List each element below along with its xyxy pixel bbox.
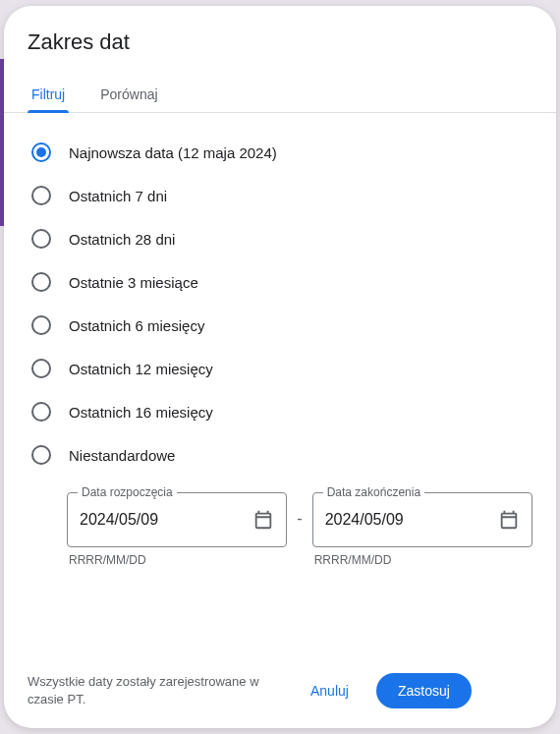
option-label: Niestandardowe	[69, 447, 175, 464]
option-last-28-days[interactable]: Ostatnich 28 dni	[28, 217, 532, 260]
option-latest-date[interactable]: Najnowsza data (12 maja 2024)	[28, 131, 532, 174]
radio-icon	[31, 445, 51, 465]
option-last-12-months[interactable]: Ostatnich 12 miesięcy	[28, 347, 532, 390]
radio-icon	[31, 142, 51, 162]
radio-icon	[31, 402, 51, 422]
date-end-wrap: Data zakończenia 2024/05/09 RRRR/MM/DD	[312, 492, 532, 567]
timezone-note: Wszystkie daty zostały zarejestrowane w …	[28, 673, 283, 708]
option-last-16-months[interactable]: Ostatnich 16 miesięcy	[28, 390, 532, 433]
radio-icon	[31, 359, 51, 378]
calendar-icon[interactable]	[498, 509, 520, 531]
date-start-input[interactable]: Data rozpoczęcia 2024/05/09	[67, 492, 287, 547]
radio-icon	[31, 315, 51, 335]
tab-compare[interactable]: Porównaj	[96, 75, 161, 112]
date-start-value: 2024/05/09	[80, 511, 252, 529]
date-separator: -	[297, 510, 302, 528]
date-start-legend: Data rozpoczęcia	[78, 485, 177, 499]
option-label: Ostatnich 16 miesięcy	[69, 404, 213, 421]
option-label: Ostatnich 7 dni	[69, 188, 167, 204]
option-label: Ostatnich 28 dni	[69, 231, 175, 248]
date-end-legend: Data zakończenia	[323, 485, 424, 499]
tab-filter[interactable]: Filtruj	[28, 75, 69, 112]
dialog-footer: Wszystkie daty zostały zarejestrowane w …	[4, 657, 556, 728]
option-label: Najnowsza data (12 maja 2024)	[69, 144, 277, 161]
date-end-input[interactable]: Data zakończenia 2024/05/09	[312, 492, 532, 547]
option-last-6-months[interactable]: Ostatnich 6 miesięcy	[28, 304, 532, 347]
option-last-7-days[interactable]: Ostatnich 7 dni	[28, 174, 532, 217]
option-last-3-months[interactable]: Ostatnie 3 miesiące	[28, 260, 532, 304]
apply-button[interactable]: Zastosuj	[376, 673, 472, 708]
options-list: Najnowsza data (12 maja 2024) Ostatnich …	[4, 113, 556, 657]
calendar-icon[interactable]	[252, 509, 274, 531]
cancel-button[interactable]: Anuluj	[299, 675, 361, 706]
date-start-hint: RRRR/MM/DD	[69, 553, 287, 567]
date-end-hint: RRRR/MM/DD	[314, 553, 532, 567]
dialog-header: Zakres dat	[4, 6, 556, 55]
option-label: Ostatnich 12 miesięcy	[69, 361, 213, 377]
radio-icon	[31, 272, 51, 292]
date-end-value: 2024/05/09	[325, 511, 498, 529]
option-custom[interactable]: Niestandardowe	[28, 433, 532, 477]
radio-icon	[31, 229, 51, 249]
custom-date-row: Data rozpoczęcia 2024/05/09 RRRR/MM/DD -…	[67, 492, 532, 567]
option-label: Ostatnich 6 miesięcy	[69, 317, 204, 334]
dialog-title: Zakres dat	[28, 29, 532, 55]
date-range-dialog: Zakres dat Filtruj Porównaj Najnowsza da…	[4, 6, 556, 728]
radio-icon	[31, 186, 51, 205]
date-start-wrap: Data rozpoczęcia 2024/05/09 RRRR/MM/DD	[67, 492, 287, 567]
tabs: Filtruj Porównaj	[4, 75, 556, 113]
option-label: Ostatnie 3 miesiące	[69, 274, 198, 291]
